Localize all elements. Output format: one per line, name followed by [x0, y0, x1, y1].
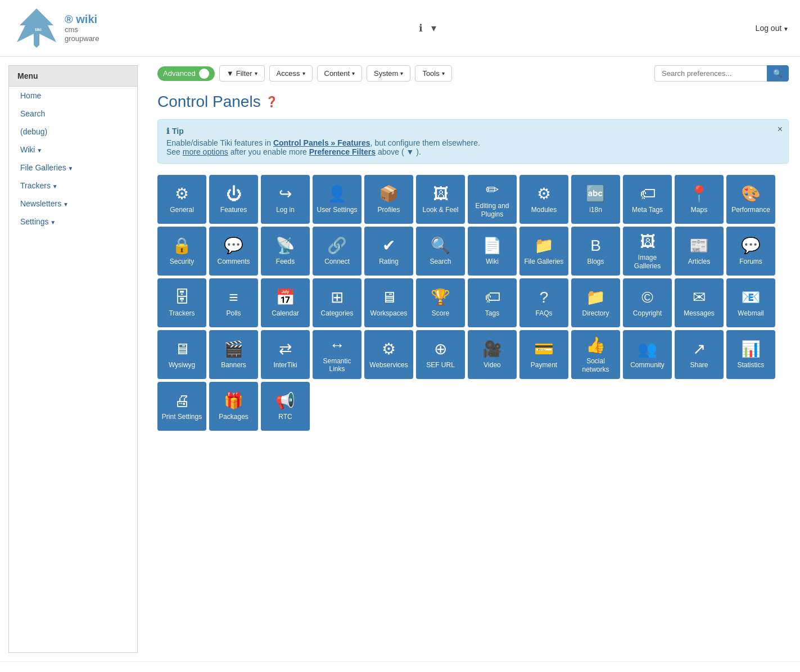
search-button[interactable]: 🔍 — [767, 65, 789, 82]
tile-security[interactable]: 🔒Security — [157, 227, 206, 276]
tile-general[interactable]: ⚙General — [157, 175, 206, 224]
tile-meta-tags[interactable]: 🏷Meta Tags — [623, 175, 672, 224]
tile-video[interactable]: 🎥Video — [468, 330, 517, 379]
search-input[interactable] — [654, 65, 767, 82]
tip-link-features[interactable]: Control Panels » Features — [273, 138, 370, 147]
semantic-links-icon: ↔ — [329, 336, 345, 354]
content-button[interactable]: Content ▾ — [317, 65, 363, 82]
tile-faqs[interactable]: ?FAQs — [519, 278, 568, 327]
sidebar-item-search[interactable]: Search — [9, 105, 137, 123]
tile-forums[interactable]: 💬Forums — [726, 227, 775, 276]
main-layout: Menu Home Search (debug) Wiki File Galle… — [0, 57, 800, 661]
tile-image-galleries[interactable]: 🖼Image Galleries — [623, 227, 672, 276]
workspaces-icon: 🖥 — [381, 288, 397, 306]
tile-polls[interactable]: ≡Polls — [209, 278, 258, 327]
tile-log-in[interactable]: ↪Log in — [261, 175, 310, 224]
tile-packages[interactable]: 🎁Packages — [209, 382, 258, 431]
tile-wysiwyg[interactable]: 🖥Wysiwyg — [157, 330, 206, 379]
tile-webservices[interactable]: ⚙Webservices — [364, 330, 413, 379]
tile-trackers[interactable]: 🗄Trackers — [157, 278, 206, 327]
tile-banners[interactable]: 🎬Banners — [209, 330, 258, 379]
tip-close-button[interactable]: × — [778, 124, 783, 134]
tile-semantic-links[interactable]: ↔Semantic Links — [313, 330, 361, 379]
tile-file-galleries[interactable]: 📁File Galleries — [519, 227, 568, 276]
polls-label: Polls — [226, 309, 241, 317]
logo-area: tiki ® wiki cmsgroupware — [11, 6, 99, 51]
community-icon: 👥 — [638, 340, 657, 358]
tile-user-settings[interactable]: 👤User Settings — [313, 175, 361, 224]
tile-look-feel[interactable]: 🖼Look & Feel — [416, 175, 465, 224]
tile-community[interactable]: 👥Community — [623, 330, 672, 379]
tile-directory[interactable]: 📁Directory — [571, 278, 620, 327]
editing-plugins-icon: ✏ — [486, 181, 499, 199]
sidebar-item-debug[interactable]: (debug) — [9, 123, 137, 141]
tile-connect[interactable]: 🔗Connect — [313, 227, 361, 276]
help-icon[interactable]: ❓ — [265, 96, 278, 108]
sidebar-item-home[interactable]: Home — [9, 87, 137, 105]
tile-intertiki[interactable]: ⇄InterTiki — [261, 330, 310, 379]
tile-articles[interactable]: 📰Articles — [675, 227, 724, 276]
sidebar-item-wiki[interactable]: Wiki — [9, 141, 137, 159]
sidebar-item-newsletters[interactable]: Newsletters — [9, 195, 137, 213]
tile-profiles[interactable]: 📦Profiles — [364, 175, 413, 224]
filter-button[interactable]: ▼ Filter ▾ — [219, 65, 265, 82]
sidebar-item-trackers[interactable]: Trackers — [9, 177, 137, 195]
tile-score[interactable]: 🏆Score — [416, 278, 465, 327]
look-feel-label: Look & Feel — [422, 206, 458, 214]
tile-i18n[interactable]: 🔤i18n — [571, 175, 620, 224]
sef-url-label: SEF URL — [426, 361, 455, 369]
tile-workspaces[interactable]: 🖥Workspaces — [364, 278, 413, 327]
advanced-toggle[interactable]: Advanced — [157, 66, 215, 81]
system-button[interactable]: System ▾ — [367, 65, 410, 82]
payment-label: Payment — [531, 361, 557, 369]
comments-label: Comments — [217, 258, 250, 265]
tile-maps[interactable]: 📍Maps — [675, 175, 724, 224]
tile-categories[interactable]: ⊞Categories — [313, 278, 361, 327]
tile-rtc[interactable]: 📢RTC — [261, 382, 310, 431]
tip-link-preference-filters[interactable]: Preference Filters — [309, 147, 376, 156]
tile-calendar[interactable]: 📅Calendar — [261, 278, 310, 327]
directory-icon: 📁 — [586, 288, 605, 306]
info-icon[interactable]: ℹ — [419, 22, 423, 34]
workspaces-label: Workspaces — [370, 309, 408, 317]
info-circle-icon: ℹ — [166, 127, 169, 136]
sidebar-item-settings[interactable]: Settings — [9, 213, 137, 231]
tile-performance[interactable]: 🎨Performance — [726, 175, 775, 224]
tile-payment[interactable]: 💳Payment — [519, 330, 568, 379]
tile-feeds[interactable]: 📡Feeds — [261, 227, 310, 276]
access-button[interactable]: Access ▾ — [269, 65, 313, 82]
tile-social-networks[interactable]: 👍Social networks — [571, 330, 620, 379]
tile-print-settings[interactable]: 🖨Print Settings — [157, 382, 206, 431]
tile-search[interactable]: 🔍Search — [416, 227, 465, 276]
tile-rating[interactable]: ✔Rating — [364, 227, 413, 276]
tile-messages[interactable]: ✉Messages — [675, 278, 724, 327]
tip-box: ℹ Tip × Enable/disable Tiki features in … — [157, 119, 789, 164]
tile-statistics[interactable]: 📊Statistics — [726, 330, 775, 379]
sidebar-item-file-galleries[interactable]: File Galleries — [9, 159, 137, 177]
score-icon: 🏆 — [431, 288, 450, 306]
tile-copyright[interactable]: ©Copyright — [623, 278, 672, 327]
tile-tags[interactable]: 🏷Tags — [468, 278, 517, 327]
tile-editing-plugins[interactable]: ✏Editing and Plugins — [468, 175, 517, 224]
modules-icon: ⚙ — [537, 184, 551, 203]
meta-tags-icon: 🏷 — [640, 184, 656, 203]
header-center: ℹ ▾ — [419, 22, 436, 34]
features-icon: ⏻ — [226, 184, 242, 203]
rating-label: Rating — [379, 258, 399, 265]
tile-webmail[interactable]: 📧Webmail — [726, 278, 775, 327]
tile-features[interactable]: ⏻Features — [209, 175, 258, 224]
tile-comments[interactable]: 💬Comments — [209, 227, 258, 276]
logout-button[interactable]: Log out — [756, 24, 789, 33]
tile-modules[interactable]: ⚙Modules — [519, 175, 568, 224]
banners-icon: 🎬 — [224, 340, 243, 358]
tile-sef-url[interactable]: ⊕SEF URL — [416, 330, 465, 379]
wiki-label: Wiki — [486, 258, 499, 265]
tile-blogs[interactable]: BBlogs — [571, 227, 620, 276]
rtc-label: RTC — [278, 413, 292, 421]
tile-share[interactable]: ↗Share — [675, 330, 724, 379]
tile-wiki[interactable]: 📄Wiki — [468, 227, 517, 276]
tip-link-more-options[interactable]: more options — [183, 147, 228, 156]
dropdown-icon[interactable]: ▾ — [431, 22, 436, 34]
share-icon: ↗ — [693, 340, 706, 358]
tools-button[interactable]: Tools ▾ — [415, 65, 451, 82]
